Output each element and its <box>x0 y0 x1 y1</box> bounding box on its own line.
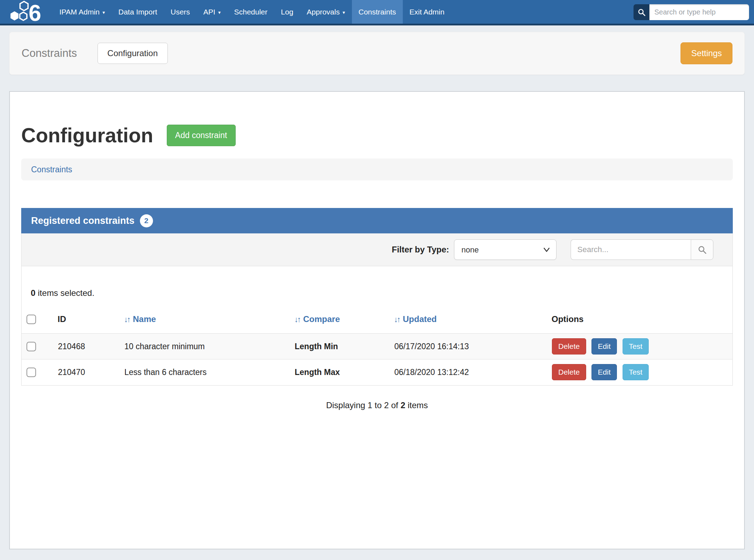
column-header-name[interactable]: ↓↑Name <box>124 298 294 334</box>
filter-by-type-label: Filter by Type: <box>392 245 449 255</box>
page-title: Configuration <box>21 124 153 147</box>
count-badge: 2 <box>140 214 153 227</box>
subheader-panel: Constraints Configuration Settings <box>9 32 745 75</box>
nav-item-constraints[interactable]: Constraints <box>352 0 403 24</box>
table-search-button[interactable] <box>691 239 713 260</box>
caret-down-icon: ▾ <box>102 10 105 15</box>
navbar-search <box>634 4 749 20</box>
cell-name: 10 character minimum <box>124 334 294 359</box>
panel-header: Registered constraints 2 <box>21 208 733 233</box>
filter-type-select[interactable]: none <box>454 239 556 260</box>
cell-name: Less than 6 characters <box>124 359 294 385</box>
top-navbar: 6 IPAM Admin ▾ Data Import Users API ▾ S… <box>0 0 754 25</box>
nav-item-scheduler[interactable]: Scheduler <box>227 0 274 24</box>
cell-updated: 06/18/2020 13:12:42 <box>394 359 552 385</box>
breadcrumb: Constraints <box>21 159 733 180</box>
column-header-options: Options <box>552 298 732 334</box>
test-button[interactable]: Test <box>623 338 649 355</box>
main-content-card: Configuration Add constraint Constraints… <box>9 91 745 549</box>
delete-button[interactable]: Delete <box>552 338 586 355</box>
sort-icon: ↓↑ <box>124 315 130 324</box>
panel-title: Registered constraints <box>31 215 135 226</box>
subheader: Constraints Configuration Settings <box>0 25 754 75</box>
filter-type-select-wrap: none <box>454 239 556 260</box>
panel-body: Filter by Type: none <box>21 233 733 386</box>
edit-button[interactable]: Edit <box>591 338 617 355</box>
breadcrumb-constraints-link[interactable]: Constraints <box>31 165 72 174</box>
table-row: 210468 10 character minimum Length Min 0… <box>22 334 732 359</box>
select-all-checkbox[interactable] <box>26 315 36 324</box>
test-button[interactable]: Test <box>623 364 649 380</box>
page-context-title: Constraints <box>22 47 77 60</box>
constraints-table: ID ↓↑Name ↓↑Compare ↓↑Updated Options <box>22 298 732 385</box>
sort-icon: ↓↑ <box>294 315 300 324</box>
table-footer: Displaying 1 to 2 of 2 items <box>21 386 733 410</box>
column-header-compare[interactable]: ↓↑Compare <box>294 298 394 334</box>
items-selected-status: 0 items selected. <box>22 266 732 298</box>
selected-label: items selected. <box>35 288 94 298</box>
column-header-updated[interactable]: ↓↑Updated <box>394 298 552 334</box>
add-constraint-button[interactable]: Add constraint <box>167 125 236 146</box>
nav-item-log[interactable]: Log <box>274 0 300 24</box>
nav-item-approvals[interactable]: Approvals ▾ <box>300 0 352 24</box>
edit-button[interactable]: Edit <box>591 364 617 380</box>
settings-button[interactable]: Settings <box>681 42 732 64</box>
svg-text:6: 6 <box>29 0 41 24</box>
cell-options: Delete Edit Test <box>552 359 732 385</box>
row-checkbox[interactable] <box>26 368 36 377</box>
footer-count: 2 <box>401 400 405 410</box>
table-header-row: ID ↓↑Name ↓↑Compare ↓↑Updated Options <box>22 298 732 334</box>
cell-id: 210468 <box>58 334 124 359</box>
cell-compare: Length Max <box>294 359 394 385</box>
select-all-cell <box>22 298 58 334</box>
column-header-id: ID <box>58 298 124 334</box>
cell-options: Delete Edit Test <box>552 334 732 359</box>
nav-item-data-import[interactable]: Data Import <box>112 0 164 24</box>
table-toolbar: Filter by Type: none <box>22 233 732 266</box>
logo-6connect[interactable]: 6 <box>8 0 46 24</box>
nav-item-api[interactable]: API ▾ <box>197 0 228 24</box>
row-checkbox[interactable] <box>26 342 36 351</box>
table-search-group <box>571 239 713 260</box>
navbar-search-input[interactable] <box>649 4 749 20</box>
table-row: 210470 Less than 6 characters Length Max… <box>22 359 732 385</box>
nav-item-exit-admin[interactable]: Exit Admin <box>403 0 451 24</box>
caret-down-icon: ▾ <box>342 10 345 15</box>
registered-constraints-panel: Registered constraints 2 Filter by Type:… <box>21 208 733 410</box>
navbar-search-icon[interactable] <box>634 4 649 20</box>
cell-id: 210470 <box>58 359 124 385</box>
cell-updated: 06/17/2020 16:14:13 <box>394 334 552 359</box>
heading-row: Configuration Add constraint <box>21 92 733 147</box>
delete-button[interactable]: Delete <box>552 364 586 380</box>
selected-count: 0 <box>31 288 35 298</box>
hexagon-logo-icon: 6 <box>8 0 46 24</box>
search-icon <box>637 8 646 17</box>
table-search-input[interactable] <box>571 239 691 260</box>
sort-icon: ↓↑ <box>394 315 400 324</box>
cell-compare: Length Min <box>294 334 394 359</box>
tab-configuration[interactable]: Configuration <box>98 43 168 64</box>
nav-item-users[interactable]: Users <box>164 0 197 24</box>
caret-down-icon: ▾ <box>218 10 220 15</box>
search-icon <box>697 245 707 255</box>
nav-item-ipam-admin[interactable]: IPAM Admin ▾ <box>53 0 112 24</box>
main-menu: IPAM Admin ▾ Data Import Users API ▾ Sch… <box>53 0 451 24</box>
